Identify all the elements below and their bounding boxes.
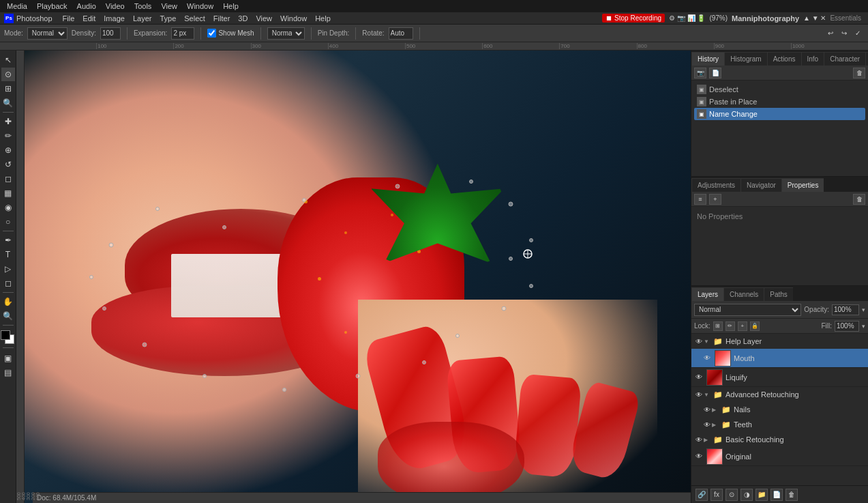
show-mesh-checkbox[interactable] <box>207 29 216 38</box>
blend-mode-select[interactable]: Normal <box>694 304 801 316</box>
eyedropper-tool[interactable]: 🔍 <box>1 96 15 110</box>
eraser-tool[interactable]: ◻ <box>1 172 15 186</box>
eye-nails[interactable]: 👁 <box>702 405 712 414</box>
eye-mouth[interactable]: 👁 <box>702 354 712 363</box>
menu-media[interactable]: Media <box>3 0 31 12</box>
layer-style-btn[interactable]: fx <box>710 489 723 501</box>
menu-window[interactable]: Window <box>183 0 218 12</box>
menu-playback[interactable]: Playback <box>33 0 72 12</box>
history-new-doc-btn[interactable]: 📄 <box>709 68 721 78</box>
redo-btn[interactable]: ↪ <box>838 27 850 40</box>
basic-arrow[interactable]: ▶ <box>704 437 712 443</box>
new-group-btn[interactable]: 📁 <box>755 489 768 501</box>
gradient-tool[interactable]: ▦ <box>1 186 15 200</box>
menu-type[interactable]: Type <box>156 12 179 25</box>
tab-paths[interactable]: Paths <box>764 287 793 301</box>
tab-layers[interactable]: Layers <box>691 287 723 301</box>
menu-image[interactable]: Image <box>100 12 128 25</box>
menu-layer[interactable]: Layer <box>130 12 155 25</box>
foreground-color[interactable] <box>1 330 10 340</box>
menu-edit[interactable]: Edit <box>79 12 99 25</box>
hand-tool[interactable]: ✋ <box>1 295 15 308</box>
menu-filter[interactable]: Filter <box>210 12 233 25</box>
tab-info[interactable]: Info <box>801 52 824 66</box>
eye-help[interactable]: 👁 <box>694 336 704 346</box>
brush-tool[interactable]: ✏ <box>1 129 15 143</box>
tab-properties[interactable]: Properties <box>781 178 824 192</box>
lasso-tool[interactable]: ⊙ <box>1 68 15 81</box>
menu-view-ps[interactable]: View <box>252 12 275 25</box>
lock-transparent-btn[interactable]: ⊞ <box>713 321 723 331</box>
eye-teeth[interactable]: 👁 <box>702 420 712 429</box>
menu-tools[interactable]: Tools <box>130 0 156 12</box>
normal-select[interactable]: Normal <box>267 27 305 40</box>
ok-btn[interactable]: ✓ <box>852 27 864 40</box>
color-swatches[interactable] <box>1 330 16 345</box>
undo-btn[interactable]: ↩ <box>824 27 837 40</box>
lock-position-btn[interactable]: + <box>738 321 747 331</box>
eye-original[interactable]: 👁 <box>694 452 704 461</box>
adjustment-layer-btn[interactable]: ◑ <box>740 489 753 501</box>
menu-window-ps[interactable]: Window <box>277 12 310 25</box>
tab-paragraph[interactable]: Paragraph <box>865 52 868 66</box>
eye-liquify[interactable]: 👁 <box>694 373 704 382</box>
tab-actions[interactable]: Actions <box>767 52 801 66</box>
menu-file[interactable]: File <box>59 12 78 25</box>
tab-history[interactable]: History <box>691 52 724 66</box>
stop-recording-button[interactable]: ⏹ Stop Recording <box>602 14 665 23</box>
rotate-input[interactable] <box>389 27 413 40</box>
layer-group-nails[interactable]: 👁 ▶ 📁 Nails <box>691 402 868 417</box>
menu-select[interactable]: Select <box>181 12 209 25</box>
history-item-paste[interactable]: ▣ Paste in Place <box>694 96 865 108</box>
tab-navigator[interactable]: Navigator <box>740 178 781 192</box>
move-tool[interactable]: ↖ <box>1 53 15 67</box>
layer-group-teeth[interactable]: 👁 ▶ 📁 Teeth <box>691 417 868 432</box>
layer-group-basic[interactable]: 👁 ▶ 📁 Basic Retouching <box>691 432 868 447</box>
layer-group-help[interactable]: 👁 ▼ 📁 Help Layer <box>691 334 868 349</box>
zoom-tool[interactable]: 🔍 <box>1 309 15 323</box>
layer-mouth[interactable]: 👁 Mouth <box>691 349 868 368</box>
menu-help[interactable]: Help <box>219 0 243 12</box>
text-tool[interactable]: T <box>1 248 15 261</box>
tab-character[interactable]: Character <box>824 52 865 66</box>
mode-select[interactable]: Normal <box>27 27 68 40</box>
lock-all-btn[interactable]: 🔒 <box>750 321 760 331</box>
tab-adjustments[interactable]: Adjustments <box>691 178 740 192</box>
properties-btn-2[interactable]: + <box>709 194 721 205</box>
history-snapshot-btn[interactable]: 📷 <box>694 68 706 78</box>
lock-image-btn[interactable]: ✏ <box>725 321 735 331</box>
tab-histogram[interactable]: Histogram <box>724 52 767 66</box>
history-item-name-change[interactable]: ▣ Name Change <box>694 108 865 120</box>
opacity-input[interactable] <box>832 304 859 315</box>
menu-help-ps[interactable]: Help <box>312 12 334 25</box>
screen-mode-btn[interactable]: ▤ <box>1 366 15 379</box>
shape-tool[interactable]: ◻ <box>1 276 15 290</box>
canvas-content[interactable]: Lasse <box>25 51 691 503</box>
history-item-deselect[interactable]: ▣ Deselect <box>694 83 865 96</box>
layer-mask-btn[interactable]: ⊙ <box>725 489 738 501</box>
menu-view[interactable]: View <box>157 0 181 12</box>
help-arrow[interactable]: ▼ <box>704 339 712 345</box>
quick-mask-btn[interactable]: ▣ <box>1 351 15 365</box>
menu-audio[interactable]: Audio <box>73 0 100 12</box>
properties-btn-1[interactable]: ≡ <box>694 194 706 205</box>
expansion-input[interactable] <box>171 27 194 40</box>
layer-group-advanced[interactable]: 👁 ▼ 📁 Advanced Retouching <box>691 387 868 402</box>
dodge-tool[interactable]: ○ <box>1 215 15 229</box>
new-layer-btn[interactable]: 📄 <box>770 489 783 501</box>
canvas-area[interactable]: 100 200 300 400 500 Lasse <box>16 51 691 503</box>
teeth-arrow[interactable]: ▶ <box>712 422 720 428</box>
blur-tool[interactable]: ◉ <box>1 201 15 214</box>
advanced-arrow[interactable]: ▼ <box>704 392 712 398</box>
clone-tool[interactable]: ⊕ <box>1 143 15 157</box>
nails-arrow[interactable]: ▶ <box>712 407 720 413</box>
menu-3d[interactable]: 3D <box>235 12 251 25</box>
eye-basic[interactable]: 👁 <box>694 435 704 444</box>
tab-channels[interactable]: Channels <box>723 287 764 301</box>
eye-advanced[interactable]: 👁 <box>694 390 704 399</box>
history-brush-tool[interactable]: ↺ <box>1 158 15 171</box>
density-input[interactable] <box>100 27 121 40</box>
path-selection-tool[interactable]: ▷ <box>1 262 15 276</box>
fill-input[interactable] <box>835 321 859 332</box>
link-layers-btn[interactable]: 🔗 <box>695 489 708 501</box>
